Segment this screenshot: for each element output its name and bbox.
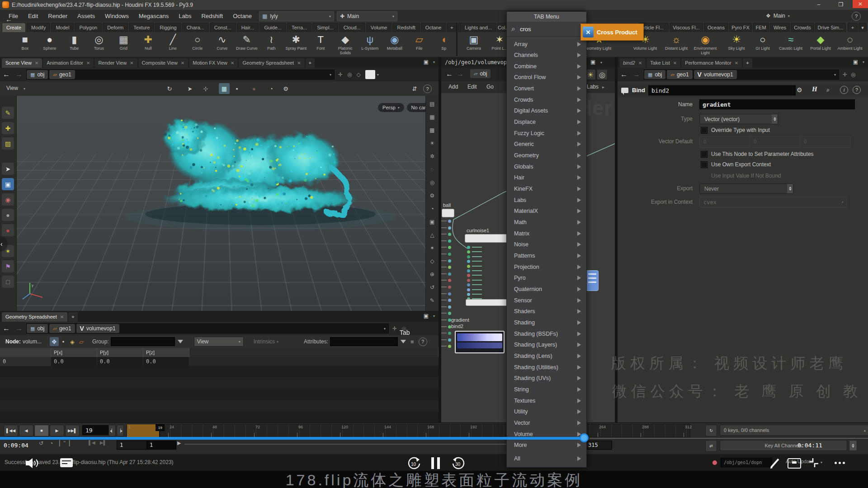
shelf-tab-crowds[interactable]: Crowds [791, 23, 814, 32]
tab-menu-item-shading-bsdfs-[interactable]: Shading (BSDFs) [507, 328, 586, 339]
viewport-tool-10[interactable]: □ [2, 276, 14, 288]
node-port[interactable] [448, 325, 451, 328]
shelf-tab-oceans[interactable]: Oceans [704, 23, 728, 32]
shelf-tab-octane[interactable]: Octane [421, 23, 446, 32]
node-port[interactable] [448, 286, 451, 289]
vertices-mode-icon[interactable]: • [59, 337, 68, 346]
frame-ruler[interactable]: 19 124487296120144168192216240264288312 [127, 424, 690, 437]
keys-dropdown[interactable]: 0 keys, 0/0 channels▴ [720, 425, 868, 436]
shelf-tab-redshift[interactable]: Redshift [392, 23, 420, 32]
help-icon[interactable]: ? [419, 338, 427, 346]
shelf-tool-font[interactable]: TFont [308, 33, 333, 55]
info-icon[interactable]: i [840, 86, 848, 94]
tab-menu-item-pyro[interactable]: Pyro [507, 272, 586, 284]
refresh-keys-icon[interactable]: ↻ [705, 425, 717, 436]
breadcrumb[interactable]: ▦obj▱geo1Vvolumevop1▾ [25, 323, 390, 334]
tab-bind2[interactable]: bind2✕ [619, 58, 646, 68]
node-port[interactable] [448, 319, 451, 322]
shelf-tab-modify[interactable]: Modify [27, 23, 50, 32]
shelf-tool-path[interactable]: ≀Path [259, 33, 284, 55]
shelf-tool-box[interactable]: ■Box [13, 33, 38, 55]
add-tab-button[interactable]: + [68, 312, 77, 322]
viewport-tool-3[interactable]: ➤ [2, 163, 14, 175]
shelf-tool-line[interactable]: ╱Line [160, 33, 185, 55]
no-cam-button[interactable]: No cam▾ [407, 103, 426, 112]
main-toolbar-selector[interactable]: ❖ Main ▾ [763, 11, 822, 20]
breadcrumb-item-geo1[interactable]: ▱geo1 [667, 70, 692, 79]
chevron-down-icon[interactable]: ▾ [277, 340, 278, 344]
close-icon[interactable]: ✕ [130, 58, 133, 68]
tab-menu-item-globals[interactable]: Globals [507, 161, 586, 172]
shelf-tab-[interactable]: + [848, 23, 858, 32]
viewport-tool-0[interactable]: ✎ [2, 107, 14, 119]
shelf-tab-terra[interactable]: Terra... [287, 23, 311, 32]
more-options-icon[interactable] [835, 462, 845, 464]
menu-labs[interactable]: Labs [587, 84, 599, 90]
menu-windows[interactable]: Windows [100, 13, 134, 19]
node-port[interactable] [448, 233, 451, 236]
tab-menu-item-geometry[interactable]: Geometry [507, 150, 586, 161]
chevron-down-icon[interactable]: ▾ [600, 61, 602, 65]
breadcrumb-item-obj[interactable]: ▦obj [644, 70, 665, 79]
pane-maximize-icon[interactable]: ▣ [424, 313, 429, 319]
tab-menu-item-labs[interactable]: Labs [507, 194, 586, 206]
snapshot-tool-icon[interactable]: ▦ [219, 83, 230, 94]
viewport-option-icon-9[interactable]: ▣ [428, 217, 437, 226]
tab-menu-item-array[interactable]: Array [507, 38, 586, 50]
screen-icon[interactable] [788, 458, 801, 469]
viewport-option-icon-5[interactable]: ◌ [428, 165, 437, 174]
close-icon[interactable]: ✕ [181, 58, 184, 68]
viewport-option-icon-10[interactable]: △ [428, 230, 437, 239]
own-export-context-label[interactable]: Use Own Export Context [711, 161, 771, 168]
export-dropdown[interactable]: Never [699, 183, 793, 194]
select-tool-icon[interactable]: ➤ [184, 83, 195, 94]
name-input[interactable]: gradient [699, 99, 855, 109]
close-icon[interactable]: ✕ [673, 58, 677, 68]
viewport-tool-5[interactable]: ◉ [2, 193, 14, 206]
node-ball[interactable] [442, 209, 454, 217]
playhead-flag[interactable]: 19 [156, 424, 165, 431]
shelf-tab-rigging[interactable]: Rigging [155, 23, 181, 32]
breadcrumb[interactable]: ▦obj▱geo1Vvolumevop1▾ [643, 69, 840, 80]
back-arrow-icon[interactable]: ← [0, 70, 13, 79]
breadcrumb-item-obj[interactable]: ▦obj [27, 70, 48, 79]
tab-scene-view[interactable]: Scene View✕ [2, 58, 42, 68]
group-input[interactable] [111, 337, 175, 346]
viewport-tool-6[interactable]: ● [2, 209, 14, 221]
close-icon[interactable]: ✕ [35, 58, 38, 68]
export-in-context-field[interactable]: cvex▾ [699, 197, 847, 207]
desktop-selector[interactable]: ▦ lyly ▾ [259, 11, 334, 21]
tab-menu-item-vector[interactable]: Vector [507, 417, 586, 428]
tab-menu-item-materialx[interactable]: MaterialX [507, 206, 586, 217]
tab-menu-item-shading-layers-[interactable]: Shading (Layers) [507, 339, 586, 351]
viewport-option-icon-4[interactable]: ✲ [428, 152, 437, 161]
close-icon[interactable]: ✕ [86, 58, 90, 68]
tab-menu-search[interactable]: ⌕ cros [507, 22, 586, 37]
shelf-tab-add[interactable]: + [447, 23, 457, 32]
attributes-input[interactable] [330, 337, 398, 346]
points-mode-icon[interactable]: ✥ [50, 337, 59, 346]
pane-menu-icons[interactable]: ▣▾ [853, 59, 864, 65]
tab-menu-item-shading-uvs-[interactable]: Shading (UVs) [507, 373, 586, 384]
node-port[interactable] [467, 283, 470, 286]
shelf-tab-simpl[interactable]: Simpl... [312, 23, 338, 32]
shelf-tab-deform[interactable]: Deform [103, 23, 128, 32]
shelf-tool-gi-light[interactable]: ○GI Light [748, 33, 777, 51]
forward-arrow-icon[interactable]: → [13, 70, 25, 79]
back-arrow-icon[interactable]: ← [0, 324, 13, 333]
cube-icon[interactable]: ◇ [357, 71, 361, 78]
tab-menu-item-shading[interactable]: Shading [507, 317, 586, 328]
table-row[interactable]: 00.00.00.0 [0, 357, 439, 366]
step-forward-button[interactable]: ▕▸ [117, 425, 124, 436]
menu-render[interactable]: Render [43, 13, 72, 19]
pane-menu-icons[interactable]: ▣▾ [424, 59, 435, 65]
shelf-tool-metaball[interactable]: ◉Metaball [382, 33, 407, 55]
intrinsics-label[interactable]: Intrinsics [254, 338, 275, 345]
cell[interactable]: 0.0 [51, 357, 97, 366]
node-port[interactable] [448, 220, 451, 223]
close-icon[interactable]: ✕ [231, 58, 234, 68]
panel-icon[interactable]: ▪ [231, 83, 242, 94]
tab-menu-item-sensor[interactable]: Sensor [507, 295, 586, 306]
range-step-icons[interactable]: ▌◀▶▌ [89, 440, 107, 445]
subtitle-icon[interactable] [60, 458, 73, 467]
